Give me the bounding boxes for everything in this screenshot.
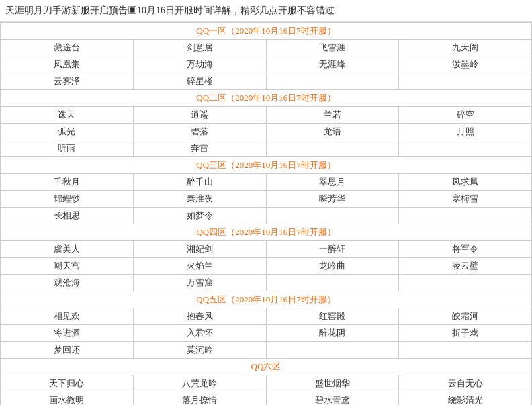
- section-title-qq5: QQ五区（2020年10月16日7时开服）: [1, 291, 532, 308]
- table-cell: [266, 274, 399, 291]
- table-row: 画水微明落月撩情碧水青鸢绕影清光: [1, 392, 532, 405]
- table-row: 梦回还莫沉吟: [1, 341, 532, 358]
- table-row: 诛天逍遥兰若碎空: [1, 106, 532, 123]
- table-cell: [266, 73, 399, 89]
- table-cell: 无涯峰: [266, 56, 399, 73]
- table-cell: 万雪窟: [133, 274, 266, 291]
- section-header-qq6: QQ六区: [1, 358, 532, 375]
- table-cell: 如梦令: [133, 207, 266, 224]
- table-cell: 锦鲤钞: [1, 190, 134, 207]
- table-cell: 瞬芳华: [266, 190, 399, 207]
- table-cell: 梦回还: [1, 341, 134, 358]
- table-cell: 皎霜河: [399, 308, 532, 324]
- table-cell: 长相思: [1, 207, 134, 224]
- table-cell: 将进酒: [1, 324, 134, 341]
- table-cell: 观沧海: [1, 274, 134, 291]
- table-cell: 凌云壁: [399, 257, 532, 274]
- table-cell: 听雨: [1, 140, 134, 156]
- section-header-qq3: QQ三区（2020年10月16日7时开服）: [1, 156, 532, 173]
- table-cell: 入君怀: [133, 324, 266, 341]
- table-cell: 千秋月: [1, 173, 134, 190]
- table-row: 将进酒入君怀醉花阴折子戏: [1, 324, 532, 341]
- table-cell: 碎空: [399, 106, 532, 123]
- table-row: 相见欢抱春风红窑殿皎霜河: [1, 308, 532, 324]
- table-cell: 湘妃剑: [133, 240, 266, 257]
- section-title-qq6: QQ六区: [1, 358, 532, 375]
- table-row: 凤凰集万劫海无涯峰泼墨岭: [1, 56, 532, 73]
- table-cell: 莫沉吟: [133, 341, 266, 358]
- section-title-qq3: QQ三区（2020年10月16日7时开服）: [1, 156, 532, 173]
- table-row: 弧光碧落龙语月照: [1, 123, 532, 140]
- table-cell: 折子戏: [399, 324, 532, 341]
- table-cell: 月照: [399, 123, 532, 140]
- table-cell: 弧光: [1, 123, 134, 140]
- table-row: 观沧海万雪窟: [1, 274, 532, 291]
- table-cell: 秦淮夜: [133, 190, 266, 207]
- table-cell: [399, 341, 532, 358]
- table-row: 天下归心八荒龙吟盛世烟华云自无心: [1, 375, 532, 392]
- table-cell: 虞美人: [1, 240, 134, 257]
- table-cell: [399, 207, 532, 224]
- table-cell: [266, 341, 399, 358]
- table-cell: 翠思月: [266, 173, 399, 190]
- table-cell: 绕影清光: [399, 392, 532, 405]
- table-cell: [399, 140, 532, 156]
- table-cell: 藏途台: [1, 39, 134, 56]
- table-cell: [399, 274, 532, 291]
- table-cell: 兰若: [266, 106, 399, 123]
- table-row: 长相思如梦令: [1, 207, 532, 224]
- table-cell: 盛世烟华: [266, 375, 399, 392]
- table-cell: 碎星楼: [133, 73, 266, 89]
- table-cell: 寒梅雪: [399, 190, 532, 207]
- table-row: 听雨奔雷: [1, 140, 532, 156]
- table-cell: 醉千山: [133, 173, 266, 190]
- table-cell: 奔雷: [133, 140, 266, 156]
- table-cell: 一醉轩: [266, 240, 399, 257]
- table-cell: 醉花阴: [266, 324, 399, 341]
- title-bar: 天涯明月刀手游新服开启预告▣10月16日开服时间详解，精彩几点开服不容错过: [0, 0, 532, 22]
- table-cell: 云自无心: [399, 375, 532, 392]
- section-header-qq5: QQ五区（2020年10月16日7时开服）: [1, 291, 532, 308]
- table-cell: 碧落: [133, 123, 266, 140]
- table-cell: [399, 73, 532, 89]
- table-cell: [266, 140, 399, 156]
- table-row: 千秋月醉千山翠思月凤求凰: [1, 173, 532, 190]
- table-cell: 飞雪涯: [266, 39, 399, 56]
- section-header-qq1: QQ一区（2020年10月16日7时开服）: [1, 22, 532, 39]
- table-cell: 万劫海: [133, 56, 266, 73]
- table-cell: 天下归心: [1, 375, 134, 392]
- table-cell: 碧水青鸢: [266, 392, 399, 405]
- table-row: 虞美人湘妃剑一醉轩将军令: [1, 240, 532, 257]
- table-cell: 泼墨岭: [399, 56, 532, 73]
- table-cell: 九天阁: [399, 39, 532, 56]
- main-table: QQ一区（2020年10月16日7时开服）藏途台剑意居飞雪涯九天阁凤凰集万劫海无…: [0, 22, 532, 405]
- table-row: 云雾泽碎星楼: [1, 73, 532, 89]
- table-cell: 逍遥: [133, 106, 266, 123]
- section-header-qq2: QQ二区（2020年10月16日7时开服）: [1, 89, 532, 106]
- section-title-qq4: QQ四区（2020年10月16日7时开服）: [1, 224, 532, 240]
- table-row: 锦鲤钞秦淮夜瞬芳华寒梅雪: [1, 190, 532, 207]
- table-cell: 诛天: [1, 106, 134, 123]
- section-header-qq4: QQ四区（2020年10月16日7时开服）: [1, 224, 532, 240]
- table-cell: 红窑殿: [266, 308, 399, 324]
- table-cell: 抱春风: [133, 308, 266, 324]
- table-cell: 落月撩情: [133, 392, 266, 405]
- title-text: 天涯明月刀手游新服开启预告▣10月16日开服时间详解，精彩几点开服不容错过: [5, 5, 335, 15]
- table-cell: 画水微明: [1, 392, 134, 405]
- table-cell: [266, 207, 399, 224]
- section-title-qq1: QQ一区（2020年10月16日7时开服）: [1, 22, 532, 39]
- table-row: 藏途台剑意居飞雪涯九天阁: [1, 39, 532, 56]
- table-cell: 相见欢: [1, 308, 134, 324]
- table-cell: 龙吟曲: [266, 257, 399, 274]
- table-cell: 剑意居: [133, 39, 266, 56]
- table-cell: 凤求凰: [399, 173, 532, 190]
- table-cell: 火焰兰: [133, 257, 266, 274]
- table-cell: 嘲天宫: [1, 257, 134, 274]
- table-cell: 八荒龙吟: [133, 375, 266, 392]
- table-row: 嘲天宫火焰兰龙吟曲凌云壁: [1, 257, 532, 274]
- table-cell: 云雾泽: [1, 73, 134, 89]
- table-cell: 龙语: [266, 123, 399, 140]
- section-title-qq2: QQ二区（2020年10月16日7时开服）: [1, 89, 532, 106]
- table-cell: 将军令: [399, 240, 532, 257]
- table-cell: 凤凰集: [1, 56, 134, 73]
